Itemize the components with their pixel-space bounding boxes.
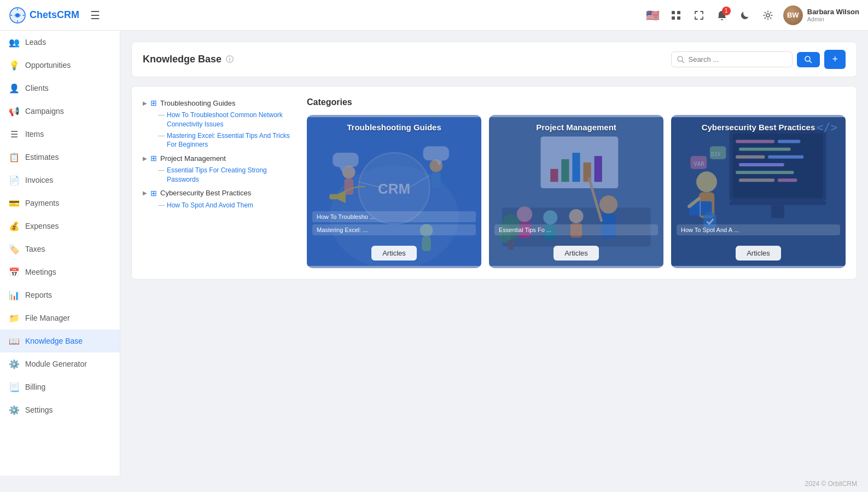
tree-category-row-0[interactable]: ▶ ⊞ Troubleshooting Guides: [143, 97, 296, 108]
card-articles-0: How To Troublesho ...Mastering Excel: ..…: [307, 211, 481, 238]
tree-arrow-0: ▶: [143, 100, 147, 106]
sidebar-item-module-generator[interactable]: ⚙️ Module Generator: [0, 352, 120, 375]
tree-article-2-0[interactable]: —How To Spot And Avoid Them: [158, 201, 296, 210]
tree-cat-icon-1: ⊞: [150, 154, 157, 163]
card-article: Mastering Excel: ...: [312, 224, 476, 235]
tree-children-1: —Essential Tips For Creating Strong Pass…: [143, 166, 296, 184]
tree-article-0-1[interactable]: —Mastering Excel: Essential Tips And Tri…: [158, 131, 296, 150]
nav-icon-payments: 💳: [9, 198, 20, 209]
nav-icon-clients: 👤: [9, 83, 20, 94]
nav-label-taxes: Taxes: [25, 245, 45, 253]
card-overlay-2: [671, 115, 846, 268]
footer: 2024 © OrbitCRM: [0, 476, 868, 492]
tree-arrow-2: ▶: [143, 190, 147, 196]
brand-name: ChetsCRM: [30, 9, 79, 21]
nav-icon-billing: 📃: [9, 381, 20, 392]
sidebar-item-billing[interactable]: 📃 Billing: [0, 375, 120, 398]
top-header: ChetsCRM ☰ 🇺🇸 1: [0, 0, 868, 31]
tree-dash: —: [158, 166, 165, 175]
tree-article-label: How To Troubleshoot Common Network Conne…: [167, 111, 296, 129]
sidebar-item-payments[interactable]: 💳 Payments: [0, 192, 120, 215]
tree-category-1: ▶ ⊞ Project Management —Essential Tips F…: [143, 153, 296, 184]
nav-label-file-manager: File Manager: [25, 314, 70, 322]
tree-children-0: —How To Troubleshoot Common Network Conn…: [143, 111, 296, 149]
tree-cat-label-1: Project Management: [160, 154, 226, 163]
user-name: Barbara Wilson: [807, 8, 859, 16]
search-box: [671, 51, 793, 67]
sidebar: 👥 Leads 💡 Opportunities 👤 Clients 📢 Camp…: [0, 31, 120, 476]
nav-label-opportunities: Opportunities: [25, 61, 71, 70]
tree-category-row-2[interactable]: ▶ ⊞ Cybersecurity Best Practices: [143, 188, 296, 199]
category-card-2[interactable]: </> VAR DIV Cybersecurity Best Practices…: [671, 115, 846, 268]
sidebar-item-estimates[interactable]: 📋 Estimates: [0, 146, 120, 169]
tree-article-label: Essential Tips For Creating Strong Passw…: [167, 166, 296, 184]
sidebar-item-leads[interactable]: 👥 Leads: [0, 31, 120, 54]
categories-panel: Categories CRM Troubl: [307, 97, 846, 268]
category-card-0[interactable]: CRM Troubleshooting Guides How To Troubl…: [307, 115, 481, 268]
hamburger-button[interactable]: ☰: [88, 7, 102, 24]
header-left: ChetsCRM ☰: [9, 7, 102, 24]
nav-icon-estimates: 📋: [9, 152, 20, 163]
tree-dash: —: [158, 201, 165, 210]
tree-article-0-0[interactable]: —How To Troubleshoot Common Network Conn…: [158, 111, 296, 129]
apps-grid-icon[interactable]: [668, 8, 684, 23]
card-title-0: Troubleshooting Guides: [307, 123, 481, 132]
nav-label-meetings: Meetings: [25, 268, 56, 276]
sidebar-item-meetings[interactable]: 📅 Meetings: [0, 261, 120, 283]
user-profile[interactable]: BW Barbara Wilson Admin: [783, 5, 859, 25]
search-button[interactable]: [797, 52, 820, 67]
sidebar-item-opportunities[interactable]: 💡 Opportunities: [0, 54, 120, 77]
tree-dash: —: [158, 131, 165, 141]
sidebar-item-expenses[interactable]: 💰 Expenses: [0, 215, 120, 238]
tree-arrow-1: ▶: [143, 155, 147, 161]
nav-icon-meetings: 📅: [9, 267, 20, 277]
dark-mode-icon[interactable]: [737, 8, 753, 23]
footer-text: 2024 © OrbitCRM: [805, 480, 857, 488]
sidebar-item-invoices[interactable]: 📄 Invoices: [0, 169, 120, 192]
nav-label-invoices: Invoices: [25, 176, 53, 184]
sidebar-item-reports[interactable]: 📊 Reports: [0, 283, 120, 306]
tree-cat-label-0: Troubleshooting Guides: [160, 99, 236, 107]
user-role: Admin: [807, 16, 859, 22]
search-input[interactable]: [688, 55, 787, 63]
card-articles-2: How To Spot And A ...: [671, 224, 846, 238]
nav-label-estimates: Estimates: [25, 153, 59, 161]
nav-label-clients: Clients: [25, 84, 49, 92]
card-btn-row-0: Articles: [307, 246, 481, 261]
card-overlay-0: [307, 115, 481, 268]
tree-category-row-1[interactable]: ▶ ⊞ Project Management: [143, 153, 296, 164]
settings-icon[interactable]: [760, 8, 776, 23]
tree-category-2: ▶ ⊞ Cybersecurity Best Practices —How To…: [143, 188, 296, 210]
sidebar-item-knowledge-base[interactable]: 📖 Knowledge Base: [0, 329, 120, 352]
language-flag[interactable]: 🇺🇸: [645, 8, 661, 23]
add-button[interactable]: +: [824, 50, 846, 69]
sidebar-item-settings[interactable]: ⚙️ Settings: [0, 398, 120, 421]
sidebar-item-clients[interactable]: 👤 Clients: [0, 77, 120, 100]
nav-label-settings: Settings: [25, 406, 53, 414]
notification-icon[interactable]: 1: [714, 8, 730, 23]
nav-icon-settings: ⚙️: [9, 404, 20, 415]
nav-label-billing: Billing: [25, 383, 45, 391]
content-area: ▶ ⊞ Troubleshooting Guides —How To Troub…: [131, 86, 857, 280]
sidebar-item-taxes[interactable]: 🏷️ Taxes: [0, 238, 120, 261]
card-articles-button-0[interactable]: Articles: [371, 246, 417, 261]
info-icon[interactable]: ⓘ: [226, 55, 234, 65]
card-articles-button-2[interactable]: Articles: [736, 246, 781, 261]
sidebar-item-items[interactable]: ☰ Items: [0, 123, 120, 146]
sidebar-item-campaigns[interactable]: 📢 Campaigns: [0, 100, 120, 123]
main-content: Knowledge Base ⓘ +: [120, 31, 868, 476]
category-card-1[interactable]: Project Management Essential Tips Fo ...…: [489, 115, 663, 268]
page-header: Knowledge Base ⓘ +: [131, 42, 857, 77]
nav-icon-taxes: 🏷️: [9, 244, 20, 254]
nav-label-leads: Leads: [25, 38, 46, 47]
nav-label-reports: Reports: [25, 291, 52, 299]
search-btn-icon: [805, 56, 812, 63]
nav-label-module-generator: Module Generator: [25, 360, 87, 368]
sidebar-item-file-manager[interactable]: 📁 File Manager: [0, 306, 120, 329]
tree-article-1-0[interactable]: —Essential Tips For Creating Strong Pass…: [158, 166, 296, 184]
card-article: How To Spot And A ...: [677, 224, 840, 235]
fullscreen-icon[interactable]: [691, 8, 707, 23]
logo[interactable]: ChetsCRM: [9, 7, 79, 24]
card-articles-button-1[interactable]: Articles: [554, 246, 599, 261]
main-layout: 👥 Leads 💡 Opportunities 👤 Clients 📢 Camp…: [0, 31, 868, 476]
